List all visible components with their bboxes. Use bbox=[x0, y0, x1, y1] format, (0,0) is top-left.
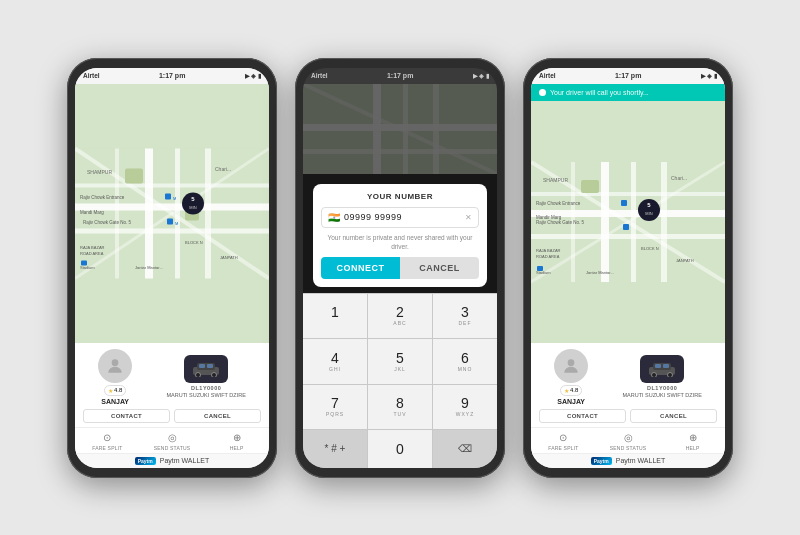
phones-container: Airtel 1:17 pm ▶ ◈ ▮ bbox=[67, 58, 733, 478]
car-info-right: DL1Y0000 MARUTI SUZUKI SWIFT DZIRE bbox=[622, 355, 701, 398]
tab-label-status-right: SEND STATUS bbox=[610, 445, 646, 451]
svg-text:Chari...: Chari... bbox=[215, 165, 231, 171]
svg-text:MIN: MIN bbox=[645, 211, 652, 216]
send-status-icon-right: ◎ bbox=[624, 432, 633, 443]
cancel-button-left[interactable]: CANCEL bbox=[174, 409, 261, 423]
svg-text:M: M bbox=[173, 195, 176, 200]
svg-point-76 bbox=[652, 373, 657, 378]
key-8[interactable]: 8 TUV bbox=[368, 385, 432, 429]
car-model-right: MARUTI SUZUKI SWIFT DZIRE bbox=[622, 392, 701, 398]
notification-text: Your driver will call you shortly... bbox=[550, 89, 649, 96]
svg-text:BLOCK N: BLOCK N bbox=[185, 239, 203, 244]
dark-overlay: YOUR NUMBER 🇮🇳 09999 99999 ✕ Your number… bbox=[303, 174, 497, 468]
svg-text:Rajiv Chowk Gate No. 5: Rajiv Chowk Gate No. 5 bbox=[83, 219, 132, 224]
tab-label-help: HELP bbox=[230, 445, 244, 451]
svg-text:JANPATH: JANPATH bbox=[220, 254, 238, 259]
svg-text:Mandi Marg: Mandi Marg bbox=[80, 209, 104, 214]
svg-rect-1 bbox=[145, 148, 153, 278]
notification-bar-right: Your driver will call you shortly... bbox=[531, 84, 725, 101]
svg-rect-51 bbox=[661, 162, 667, 282]
key-2[interactable]: 2 ABC bbox=[368, 294, 432, 338]
send-status-icon: ◎ bbox=[168, 432, 177, 443]
driver-bar-right: ★ 4.8 SANJAY bbox=[531, 343, 725, 427]
phone-input-row[interactable]: 🇮🇳 09999 99999 ✕ bbox=[321, 207, 479, 228]
driver-info-right: ★ 4.8 SANJAY bbox=[554, 349, 588, 405]
svg-rect-2 bbox=[175, 148, 180, 278]
connect-button[interactable]: CONNECT bbox=[321, 257, 400, 279]
contact-button-left[interactable]: CONTACT bbox=[83, 409, 170, 423]
modal-title: YOUR NUMBER bbox=[321, 192, 479, 201]
status-bar-left: Airtel 1:17 pm ▶ ◈ ▮ bbox=[75, 68, 269, 84]
carrier-right: Airtel bbox=[539, 72, 556, 79]
phone-middle-screen: Airtel 1:17 pm ▶ ◈ ▮ bbox=[303, 68, 497, 468]
phone-modal: YOUR NUMBER 🇮🇳 09999 99999 ✕ Your number… bbox=[313, 184, 487, 287]
svg-text:JANPATH: JANPATH bbox=[676, 258, 694, 263]
tab-send-status-right[interactable]: ◎ SEND STATUS bbox=[596, 432, 661, 451]
svg-text:Rajiv Chowk Entrance: Rajiv Chowk Entrance bbox=[536, 201, 581, 206]
contact-button-right[interactable]: CONTACT bbox=[539, 409, 626, 423]
phone-left: Airtel 1:17 pm ▶ ◈ ▮ bbox=[67, 58, 277, 478]
svg-rect-10 bbox=[125, 168, 143, 183]
car-model-left: MARUTI SUZUKI SWIFT DZIRE bbox=[166, 392, 245, 398]
key-3[interactable]: 3 DEF bbox=[433, 294, 497, 338]
svg-text:ROAD AREA: ROAD AREA bbox=[80, 250, 104, 255]
svg-rect-67 bbox=[537, 266, 543, 271]
tab-help-right[interactable]: ⊕ HELP bbox=[660, 432, 725, 451]
key-6[interactable]: 6 MNO bbox=[433, 339, 497, 383]
rating-badge-right: ★ 4.8 bbox=[560, 385, 582, 396]
svg-text:ROAD AREA: ROAD AREA bbox=[536, 254, 560, 259]
clear-icon[interactable]: ✕ bbox=[465, 213, 472, 222]
key-4[interactable]: 4 GHI bbox=[303, 339, 367, 383]
paytm-icon-left: Paytm bbox=[135, 457, 156, 465]
svg-rect-46 bbox=[601, 162, 609, 282]
driver-avatar-left bbox=[98, 349, 132, 383]
plate-label-left: DL1Y0000 bbox=[191, 385, 221, 391]
time-left: 1:17 pm bbox=[159, 72, 185, 79]
key-7[interactable]: 7 PQRS bbox=[303, 385, 367, 429]
key-1[interactable]: 1 bbox=[303, 294, 367, 338]
svg-rect-50 bbox=[531, 192, 725, 196]
svg-rect-18 bbox=[167, 218, 173, 224]
key-9[interactable]: 9 WXYZ bbox=[433, 385, 497, 429]
svg-rect-42 bbox=[303, 149, 497, 154]
driver-actions-left: CONTACT CANCEL bbox=[83, 409, 261, 423]
svg-rect-37 bbox=[207, 364, 213, 368]
tab-send-status-left[interactable]: ◎ SEND STATUS bbox=[140, 432, 205, 451]
svg-rect-6 bbox=[205, 148, 211, 278]
tab-help-left[interactable]: ⊕ HELP bbox=[204, 432, 269, 451]
svg-text:M: M bbox=[175, 220, 178, 225]
help-icon: ⊕ bbox=[233, 432, 241, 443]
cancel-button-right[interactable]: CANCEL bbox=[630, 409, 717, 423]
tab-label-status: SEND STATUS bbox=[154, 445, 190, 451]
svg-text:RAJA BAZAR: RAJA BAZAR bbox=[80, 244, 105, 249]
cancel-button-modal[interactable]: CANCEL bbox=[400, 257, 479, 279]
svg-rect-49 bbox=[531, 234, 725, 239]
paytm-icon-right: Paytm bbox=[591, 457, 612, 465]
svg-rect-15 bbox=[165, 193, 171, 199]
svg-rect-78 bbox=[655, 364, 661, 368]
svg-rect-59 bbox=[621, 200, 627, 206]
svg-text:MIN: MIN bbox=[189, 204, 196, 209]
key-delete[interactable]: ⌫ bbox=[433, 430, 497, 467]
key-5[interactable]: 5 JKL bbox=[368, 339, 432, 383]
svg-rect-55 bbox=[581, 180, 599, 193]
svg-text:SHAMPUR: SHAMPUR bbox=[543, 177, 568, 183]
help-icon-right: ⊕ bbox=[689, 432, 697, 443]
car-info-left: DL1Y0000 MARUTI SUZUKI SWIFT DZIRE bbox=[166, 355, 245, 398]
map-left: SHAMPUR Chari... Rajiv Chowk Entrance M … bbox=[75, 84, 269, 343]
wallet-label-left: Paytm WALLET bbox=[160, 457, 210, 464]
phone-middle: Airtel 1:17 pm ▶ ◈ ▮ bbox=[295, 58, 505, 478]
wallet-label-right: Paytm WALLET bbox=[616, 457, 666, 464]
key-0[interactable]: 0 bbox=[368, 430, 432, 467]
svg-text:BLOCK N: BLOCK N bbox=[641, 246, 659, 251]
time-middle: 1:17 pm bbox=[387, 72, 413, 79]
notif-dot bbox=[539, 89, 546, 96]
driver-name-right: SANJAY bbox=[557, 398, 585, 405]
driver-bar-left: ★ 4.8 SANJAY bbox=[75, 343, 269, 427]
carrier-left: Airtel bbox=[83, 72, 100, 79]
tab-fare-split-right[interactable]: ⊙ FARE SPLIT bbox=[531, 432, 596, 451]
fare-split-icon-right: ⊙ bbox=[559, 432, 567, 443]
phone-number-display: 09999 99999 bbox=[344, 212, 461, 222]
tab-fare-split-left[interactable]: ⊙ FARE SPLIT bbox=[75, 432, 140, 451]
key-sym[interactable]: * # + bbox=[303, 430, 367, 467]
